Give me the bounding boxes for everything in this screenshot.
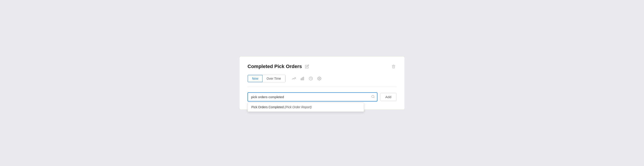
- card-title: Completed Pick Orders: [248, 64, 302, 69]
- card-header: Completed Pick Orders: [248, 64, 396, 69]
- clock-icon: [309, 77, 313, 81]
- trend-chart-button[interactable]: [290, 75, 298, 82]
- edit-title-button[interactable]: [304, 64, 310, 69]
- search-row: Pick Orders Completed (Pick Order Report…: [248, 92, 396, 102]
- dropdown-item[interactable]: Pick Orders Completed (Pick Order Report…: [248, 103, 364, 112]
- tab-group: Now Over Time: [248, 75, 286, 82]
- section-divider: [248, 87, 396, 87]
- pencil-icon: [305, 64, 309, 68]
- settings-icon: [317, 77, 321, 81]
- svg-rect-2: [303, 77, 304, 80]
- tabs-toolbar: Now Over Time: [248, 75, 396, 82]
- chart-type-icon-group: [290, 75, 323, 82]
- search-input[interactable]: [248, 92, 378, 102]
- search-dropdown: Pick Orders Completed (Pick Order Report…: [248, 102, 364, 112]
- tab-now[interactable]: Now: [248, 75, 263, 82]
- trash-icon: [392, 64, 396, 68]
- trend-icon: [292, 77, 296, 81]
- svg-point-4: [319, 78, 320, 79]
- tab-over-time[interactable]: Over Time: [262, 75, 285, 82]
- dropdown-item-italic: (Pick Order Report): [285, 105, 312, 109]
- bar-chart-button[interactable]: [298, 75, 306, 82]
- card-title-area: Completed Pick Orders: [248, 64, 310, 69]
- main-card: Completed Pick Orders Now Over Time: [239, 56, 405, 110]
- search-input-wrapper: Pick Orders Completed (Pick Order Report…: [248, 92, 378, 102]
- svg-rect-0: [301, 79, 302, 80]
- dropdown-item-bold: Pick Orders Completed: [251, 105, 284, 109]
- bar-chart-icon: [300, 77, 304, 81]
- add-button[interactable]: Add: [380, 93, 396, 101]
- svg-rect-1: [302, 78, 302, 80]
- delete-button[interactable]: [391, 64, 396, 69]
- clock-button[interactable]: [307, 75, 314, 82]
- settings-button[interactable]: [316, 75, 323, 82]
